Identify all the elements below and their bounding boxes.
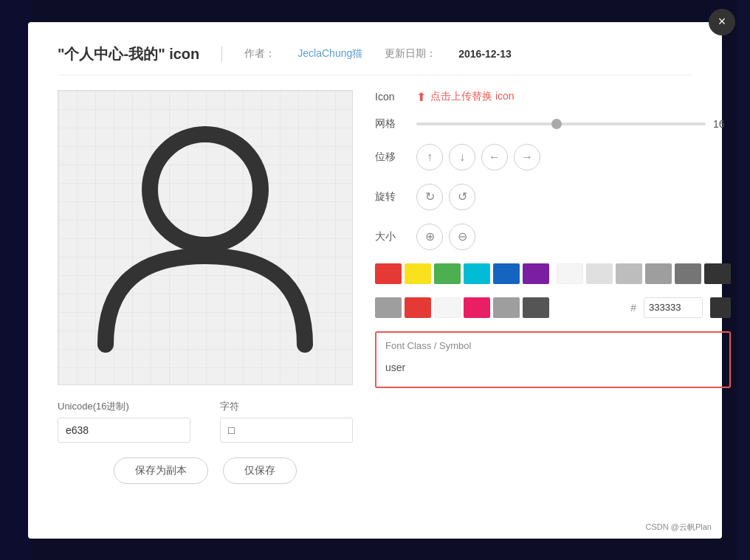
header-divider — [221, 46, 222, 61]
grid-slider[interactable] — [416, 122, 706, 125]
char-label: 字符 — [220, 400, 353, 413]
color-yellow[interactable] — [405, 263, 431, 284]
upload-text: 点击上传替换 icon — [430, 90, 515, 103]
svg-point-1 — [150, 134, 261, 245]
date-value: 2016-12-13 — [458, 48, 512, 60]
rotate-cw-button[interactable]: ↻ — [416, 184, 443, 210]
color-gray-sm[interactable] — [375, 297, 402, 318]
char-input[interactable] — [220, 418, 353, 443]
rotate-row: 旋转 ↻ ↺ — [375, 184, 731, 210]
canvas-labels: Unicode(16进制) 字符 — [58, 400, 353, 443]
save-buttons: 保存为副本 仅保存 — [58, 457, 353, 484]
font-class-input[interactable] — [385, 356, 720, 379]
hash-symbol: # — [630, 302, 636, 314]
author-label: 作者： — [244, 47, 275, 61]
icon-editor-modal: × "个人中心-我的" icon 作者： JeclaChung猫 更新日期： 2… — [28, 22, 722, 539]
move-up-button[interactable]: ↑ — [416, 144, 443, 170]
date-label: 更新日期： — [385, 47, 436, 61]
size-row: 大小 ⊕ ⊖ — [375, 224, 731, 250]
modal-header: "个人中心-我的" icon 作者： JeclaChung猫 更新日期： 201… — [58, 44, 692, 75]
color-white[interactable] — [557, 263, 583, 284]
canvas-area: Unicode(16进制) 字符 保存为副本 仅保存 — [58, 90, 353, 484]
move-left-button[interactable]: ← — [481, 144, 508, 170]
save-copy-button[interactable]: 保存为副本 — [114, 457, 208, 484]
color-cyan[interactable] — [464, 263, 490, 284]
upload-icon: ⬆ — [416, 90, 426, 104]
user-icon-svg — [94, 116, 316, 359]
color-preview[interactable] — [710, 297, 731, 318]
move-row: 位移 ↑ ↓ ← → — [375, 144, 731, 170]
color-gray2[interactable] — [645, 263, 672, 284]
color-row-2-container: # — [375, 297, 731, 318]
color-dark[interactable] — [704, 263, 731, 284]
rotate-ccw-button[interactable]: ↺ — [449, 184, 475, 210]
color-gray2-sm[interactable] — [493, 297, 520, 318]
color-purple[interactable] — [523, 263, 549, 284]
move-right-button[interactable]: → — [514, 144, 540, 170]
footer-note: CSDN @云帆Plan — [646, 522, 712, 533]
grid-label: 网格 — [375, 117, 405, 131]
save-button[interactable]: 仅保存 — [223, 457, 297, 484]
grid-row: 网格 16 — [375, 117, 731, 131]
rotate-buttons: ↻ ↺ — [416, 184, 475, 210]
upload-link[interactable]: ⬆ 点击上传替换 icon — [416, 90, 515, 104]
unicode-input[interactable] — [58, 418, 190, 443]
color-pink-sm[interactable] — [464, 297, 490, 318]
color-red[interactable] — [375, 263, 402, 284]
size-decrease-button[interactable]: ⊖ — [449, 224, 475, 250]
icon-canvas — [58, 90, 353, 385]
size-increase-button[interactable]: ⊕ — [416, 224, 443, 250]
color-row-1-right — [557, 263, 731, 284]
rotate-label: 旋转 — [375, 190, 405, 204]
color-row-2 — [375, 297, 549, 318]
move-down-button[interactable]: ↓ — [449, 144, 475, 170]
color-dark-sm[interactable] — [523, 297, 549, 318]
grid-value: 16 — [713, 118, 731, 130]
color-gray1[interactable] — [616, 263, 642, 284]
move-label: 位移 — [375, 151, 405, 164]
author-value: JeclaChung猫 — [297, 47, 362, 61]
unicode-field-group: Unicode(16进制) — [58, 400, 190, 443]
right-panel: Icon ⬆ 点击上传替换 icon 网格 16 位移 — [375, 90, 731, 484]
color-rows — [375, 263, 731, 284]
modal-body: Unicode(16进制) 字符 保存为副本 仅保存 — [58, 90, 692, 484]
close-button[interactable]: × — [709, 9, 735, 35]
color-red-sm[interactable] — [405, 297, 431, 318]
icon-upload-row: Icon ⬆ 点击上传替换 icon — [375, 90, 731, 104]
color-green[interactable] — [434, 263, 461, 284]
direction-buttons: ↑ ↓ ← → — [416, 144, 540, 170]
hex-color-input[interactable] — [644, 297, 703, 318]
unicode-label: Unicode(16进制) — [58, 400, 190, 413]
color-blue[interactable] — [493, 263, 520, 284]
font-class-label: Font Class / Symbol — [385, 340, 720, 351]
size-buttons: ⊕ ⊖ — [416, 224, 475, 250]
char-field-group: 字符 — [220, 400, 353, 443]
font-class-box: Font Class / Symbol — [375, 331, 731, 388]
modal-title: "个人中心-我的" icon — [58, 44, 199, 64]
color-gray3[interactable] — [675, 263, 701, 284]
slider-container: 16 — [416, 118, 731, 130]
color-row-1-left — [375, 263, 549, 284]
color-lightgray[interactable] — [586, 263, 613, 284]
color-white-sm[interactable] — [434, 297, 461, 318]
icon-label: Icon — [375, 91, 405, 103]
size-label: 大小 — [375, 230, 405, 243]
